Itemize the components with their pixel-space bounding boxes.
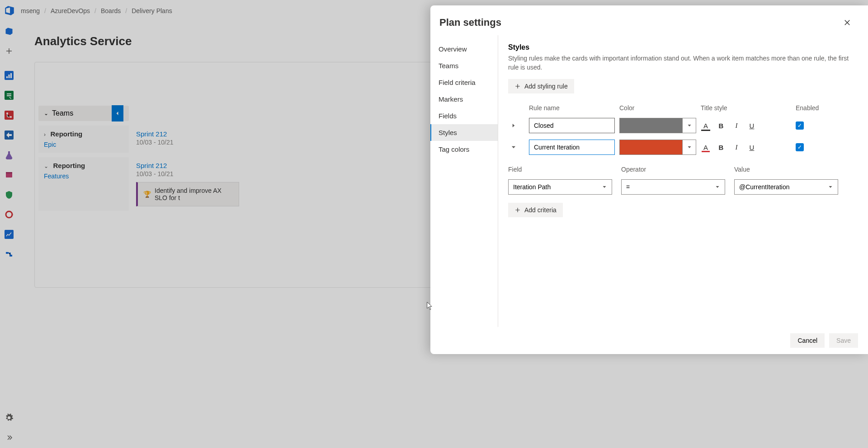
field-select[interactable]: Iteration Path xyxy=(508,179,612,195)
color-swatch xyxy=(620,118,682,133)
value-value: @CurrentIteration xyxy=(739,183,789,191)
enabled-checkbox[interactable]: ✓ xyxy=(796,143,804,151)
add-rule-label: Add styling rule xyxy=(524,83,568,90)
plan-settings-panel: Plan settings Overview Teams Field crite… xyxy=(430,5,868,354)
close-button[interactable] xyxy=(839,14,855,31)
expand-rule-button[interactable] xyxy=(508,120,519,131)
plus-icon xyxy=(514,207,521,213)
rules-header-row: Rule name Color Title style Enabled xyxy=(508,104,858,112)
panel-footer: Cancel Save xyxy=(430,327,868,354)
criteria-header-row: Field Operator Value xyxy=(508,166,858,173)
bold-button[interactable]: B xyxy=(716,121,726,131)
chevron-down-icon xyxy=(828,184,833,190)
panel-title: Plan settings xyxy=(439,17,501,28)
chevron-right-icon xyxy=(510,122,517,129)
col-value: Value xyxy=(734,166,838,173)
panel-header: Plan settings xyxy=(430,5,868,35)
operator-select[interactable]: = xyxy=(621,179,725,195)
field-value: Iteration Path xyxy=(513,183,551,191)
value-select[interactable]: @CurrentIteration xyxy=(734,179,838,195)
col-field: Field xyxy=(508,166,612,173)
font-color-button[interactable]: A xyxy=(701,121,711,131)
color-swatch xyxy=(620,140,682,154)
italic-button[interactable]: I xyxy=(731,142,741,152)
add-criteria-label: Add criteria xyxy=(524,206,557,214)
styles-pane: Styles Styling rules make the cards with… xyxy=(498,35,868,327)
add-styling-rule-button[interactable]: Add styling rule xyxy=(508,79,574,93)
chevron-down-icon xyxy=(510,144,517,150)
collapse-rule-button[interactable] xyxy=(508,142,519,153)
title-style-group: A B I U xyxy=(701,121,791,131)
nav-tag-colors[interactable]: Tag colors xyxy=(430,141,498,158)
plus-icon xyxy=(514,83,521,89)
font-color-button[interactable]: A xyxy=(701,142,711,152)
style-rule-row: A B I U ✓ xyxy=(508,140,858,155)
bold-button[interactable]: B xyxy=(716,142,726,152)
chevron-down-icon xyxy=(682,140,696,154)
underline-button[interactable]: U xyxy=(747,142,757,152)
settings-nav: Overview Teams Field criteria Markers Fi… xyxy=(430,35,498,327)
close-icon xyxy=(843,19,851,27)
nav-styles[interactable]: Styles xyxy=(430,124,498,141)
italic-button[interactable]: I xyxy=(731,121,741,131)
nav-overview[interactable]: Overview xyxy=(430,41,498,57)
rule-name-input[interactable] xyxy=(529,140,615,155)
col-rule-name: Rule name xyxy=(529,104,615,112)
styles-heading: Styles xyxy=(508,43,858,51)
underline-button[interactable]: U xyxy=(747,121,757,131)
chevron-down-icon xyxy=(682,118,696,133)
nav-teams[interactable]: Teams xyxy=(430,57,498,74)
title-style-group: A B I U xyxy=(701,142,791,152)
criteria-row: Iteration Path = @CurrentIteration xyxy=(508,179,858,195)
rule-name-input[interactable] xyxy=(529,118,615,133)
operator-value: = xyxy=(626,183,630,191)
style-rule-row: A B I U ✓ xyxy=(508,118,858,133)
save-button[interactable]: Save xyxy=(829,333,858,348)
nav-markers[interactable]: Markers xyxy=(430,91,498,107)
col-enabled: Enabled xyxy=(796,104,832,112)
col-color: Color xyxy=(619,104,696,112)
add-criteria-button[interactable]: Add criteria xyxy=(508,203,563,217)
chevron-down-icon xyxy=(715,184,720,190)
nav-fields[interactable]: Fields xyxy=(430,107,498,124)
enabled-checkbox[interactable]: ✓ xyxy=(796,121,804,130)
col-operator: Operator xyxy=(621,166,725,173)
col-title-style: Title style xyxy=(701,104,791,112)
styles-description: Styling rules make the cards with import… xyxy=(508,54,858,72)
rule-color-picker[interactable] xyxy=(619,140,696,155)
chevron-down-icon xyxy=(602,184,607,190)
nav-field-criteria[interactable]: Field criteria xyxy=(430,74,498,91)
rule-color-picker[interactable] xyxy=(619,118,696,133)
cancel-button[interactable]: Cancel xyxy=(790,333,825,348)
